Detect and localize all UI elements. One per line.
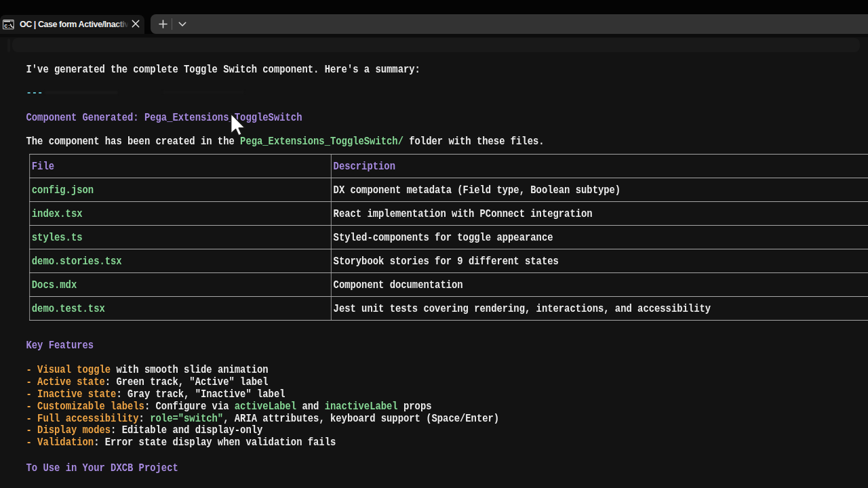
svg-text:C:: C: xyxy=(4,23,11,29)
